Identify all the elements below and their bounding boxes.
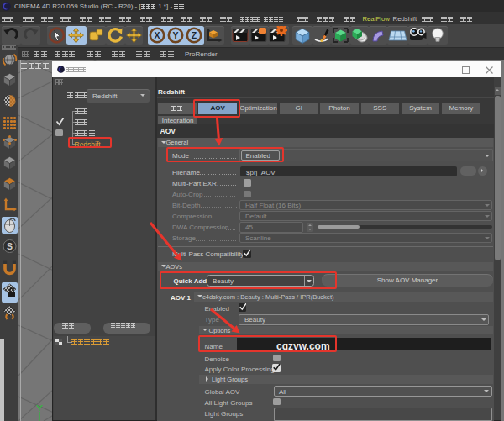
svg-text:Y: Y (172, 29, 178, 39)
svg-text:Z: Z (192, 29, 197, 39)
svg-text:X: X (154, 29, 160, 39)
svg-text:S: S (6, 241, 12, 251)
